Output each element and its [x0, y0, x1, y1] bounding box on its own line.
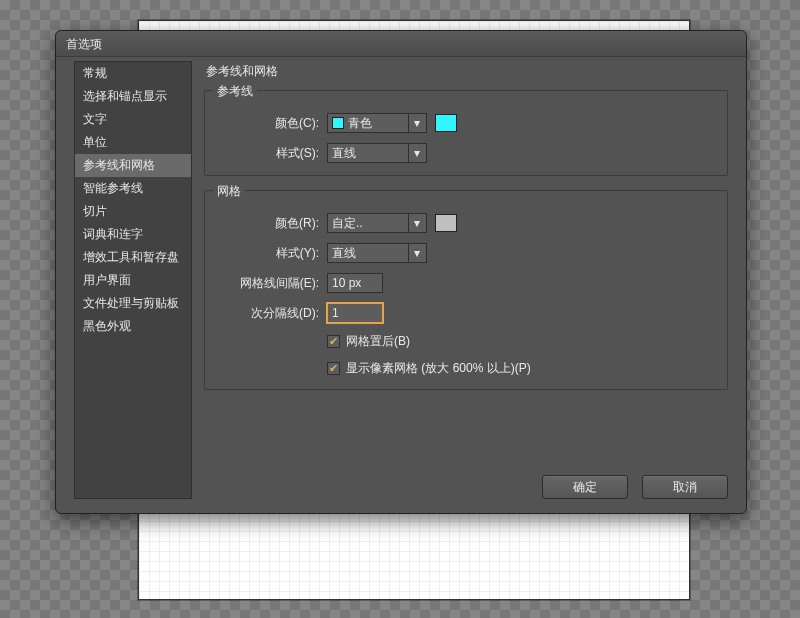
guides-style-select[interactable]: 直线 ▾ — [327, 143, 427, 163]
guides-style-label: 样式(S): — [219, 145, 319, 162]
preferences-main-pane: 参考线和网格 参考线 颜色(C): 青色 ▾ 样式(S): 直线 — [204, 61, 728, 499]
sidebar-item-ui[interactable]: 用户界面 — [75, 269, 191, 292]
ok-button[interactable]: 确定 — [542, 475, 628, 499]
grid-color-label: 颜色(R): — [219, 215, 319, 232]
sidebar-item-plugins-scratch[interactable]: 增效工具和暂存盘 — [75, 246, 191, 269]
grid-spacing-label: 网格线间隔(E): — [219, 275, 319, 292]
sidebar-item-units[interactable]: 单位 — [75, 131, 191, 154]
pixel-grid-checkbox-label: 显示像素网格 (放大 600% 以上)(P) — [346, 360, 531, 377]
chevron-down-icon: ▾ — [408, 214, 424, 232]
sidebar-item-smart-guides[interactable]: 智能参考线 — [75, 177, 191, 200]
chevron-down-icon: ▾ — [408, 244, 424, 262]
group-grid: 网格 颜色(R): 自定.. ▾ 样式(Y): 直线 ▾ — [204, 190, 728, 390]
group-grid-legend: 网格 — [213, 183, 245, 200]
sidebar-item-type[interactable]: 文字 — [75, 108, 191, 131]
group-guides: 参考线 颜色(C): 青色 ▾ 样式(S): 直线 ▾ — [204, 90, 728, 176]
sidebar-item-slices[interactable]: 切片 — [75, 200, 191, 223]
guides-color-swatch[interactable] — [435, 114, 457, 132]
grid-subdiv-input[interactable] — [327, 303, 383, 323]
cancel-button[interactable]: 取消 — [642, 475, 728, 499]
sidebar-item-file-clipboard[interactable]: 文件处理与剪贴板 — [75, 292, 191, 315]
sidebar-item-selection-anchor[interactable]: 选择和锚点显示 — [75, 85, 191, 108]
guides-color-select-swatch — [332, 117, 344, 129]
grid-behind-checkbox[interactable]: ✔ 网格置后(B) — [327, 333, 410, 350]
sidebar-item-guides-grid[interactable]: 参考线和网格 — [75, 154, 191, 177]
grid-subdiv-label: 次分隔线(D): — [219, 305, 319, 322]
grid-style-select[interactable]: 直线 ▾ — [327, 243, 427, 263]
chevron-down-icon: ▾ — [408, 114, 424, 132]
guides-color-label: 颜色(C): — [219, 115, 319, 132]
checkbox-icon: ✔ — [327, 362, 340, 375]
pixel-grid-checkbox[interactable]: ✔ 显示像素网格 (放大 600% 以上)(P) — [327, 360, 531, 377]
preferences-dialog: 首选项 常规 选择和锚点显示 文字 单位 参考线和网格 智能参考线 切片 词典和… — [55, 30, 747, 514]
grid-style-select-value: 直线 — [332, 245, 356, 262]
group-guides-legend: 参考线 — [213, 83, 257, 100]
sidebar-item-hyphenation[interactable]: 词典和连字 — [75, 223, 191, 246]
page-title: 参考线和网格 — [204, 61, 728, 90]
grid-color-swatch[interactable] — [435, 214, 457, 232]
sidebar-item-general[interactable]: 常规 — [75, 62, 191, 85]
checkbox-icon: ✔ — [327, 335, 340, 348]
grid-color-select-value: 自定.. — [332, 215, 363, 232]
chevron-down-icon: ▾ — [408, 144, 424, 162]
preferences-category-list: 常规 选择和锚点显示 文字 单位 参考线和网格 智能参考线 切片 词典和连字 增… — [74, 61, 192, 499]
dialog-title: 首选项 — [66, 37, 102, 51]
guides-color-select-value: 青色 — [348, 115, 372, 132]
sidebar-item-black-appearance[interactable]: 黑色外观 — [75, 315, 191, 338]
grid-color-select[interactable]: 自定.. ▾ — [327, 213, 427, 233]
grid-spacing-input[interactable] — [327, 273, 383, 293]
dialog-titlebar[interactable]: 首选项 — [56, 31, 746, 57]
guides-color-select[interactable]: 青色 ▾ — [327, 113, 427, 133]
grid-style-label: 样式(Y): — [219, 245, 319, 262]
guides-style-select-value: 直线 — [332, 145, 356, 162]
grid-behind-checkbox-label: 网格置后(B) — [346, 333, 410, 350]
